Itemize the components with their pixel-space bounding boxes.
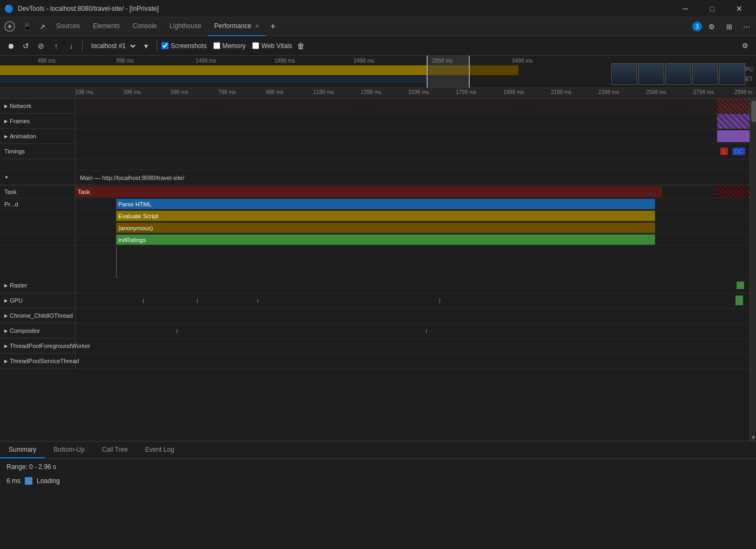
frames-track-label[interactable]: ▶ Frames	[0, 114, 76, 129]
tab-close-icon[interactable]: ✕	[255, 23, 259, 29]
flame-ext-content	[76, 246, 750, 278]
main-thread-collapse-icon[interactable]: ▼	[4, 175, 9, 180]
screenshots-checkbox[interactable]	[161, 42, 168, 49]
url-dropdown-button[interactable]: ▾	[139, 39, 152, 52]
tab-elements[interactable]: Elements	[86, 17, 126, 36]
gpu-track-label[interactable]: ▶ GPU	[0, 293, 76, 308]
animation-track-row: ▶ Animation	[0, 129, 750, 144]
gpu-marker-1	[143, 299, 144, 303]
threadpool-fg-expand-icon[interactable]: ▶	[4, 344, 8, 349]
evaluate-script-bar[interactable]: Evaluate Script	[116, 211, 655, 221]
anonymous-bar[interactable]: (anonymous)	[116, 223, 655, 233]
tab-call-tree[interactable]: Call Tree	[93, 442, 137, 458]
tick-2598: 2598 ms	[646, 89, 666, 95]
screenshot-thumb-2	[638, 63, 664, 85]
animation-track-label[interactable]: ▶ Animation	[0, 129, 76, 144]
tab-event-log[interactable]: Event Log	[137, 442, 183, 458]
inspect-button[interactable]: ↗	[35, 19, 50, 34]
tab-console[interactable]: Console	[126, 17, 163, 36]
raster-indicator	[737, 282, 744, 289]
tab-summary[interactable]: Summary	[0, 442, 45, 458]
timing-markers: L DC	[720, 148, 745, 155]
frames-track-row: ▶ Frames	[0, 114, 750, 129]
timings-label-text: Timings	[4, 148, 25, 155]
tick-798: 798 ms	[218, 89, 236, 95]
raster-track-label[interactable]: ▶ Raster	[0, 278, 76, 293]
memory-label: Memory	[222, 42, 246, 50]
anonymous-content: (anonymous)	[76, 222, 750, 233]
perf-settings-button[interactable]: ⚙	[739, 39, 752, 52]
legend-ms: 6 ms	[6, 477, 21, 485]
webvitals-checkbox-label[interactable]: Web Vitals	[252, 42, 292, 50]
animation-expand-icon[interactable]: ▶	[4, 134, 8, 139]
raster-track-row: ▶ Raster	[0, 278, 750, 293]
upload-button[interactable]: ↑	[50, 39, 63, 52]
flame-vertical-bar	[116, 246, 117, 278]
memory-checkbox-label[interactable]: Memory	[213, 42, 246, 50]
delete-button[interactable]: 🗑	[294, 39, 307, 52]
chrome-child-expand-icon[interactable]: ▶	[4, 313, 8, 318]
memory-checkbox[interactable]	[213, 42, 220, 49]
dock-button[interactable]: ⊞	[721, 19, 737, 34]
tab-sources[interactable]: Sources	[50, 17, 86, 36]
timing-l: L	[720, 148, 728, 155]
tab-performance[interactable]: Performance ✕	[208, 17, 266, 36]
tick-1998: 1998 ms	[503, 89, 524, 95]
tick-2398: 2398 ms	[598, 89, 619, 95]
compositor-label-text: Compositor	[10, 327, 40, 334]
timing-dc: DC	[732, 148, 745, 155]
bottom-content: Range: 0 - 2.96 s 6 ms Loading	[0, 459, 756, 549]
main-thread-label: ▼	[0, 170, 76, 185]
task-label-text: Task	[4, 189, 17, 195]
performance-toolbar: ⏺ ↺ ⊘ ↑ ↓ localhost #1 ▾ Screenshots Mem…	[0, 36, 756, 56]
minimize-button[interactable]: ─	[673, 0, 698, 17]
gpu-track-content	[76, 293, 750, 308]
add-tab-button[interactable]: +	[266, 19, 281, 34]
close-button[interactable]: ✕	[727, 0, 752, 17]
record-button[interactable]: ⏺	[4, 39, 17, 52]
screenshot-thumb-5	[719, 63, 745, 85]
tab-lighthouse[interactable]: Lighthouse	[163, 17, 208, 36]
init-ratings-bar[interactable]: initRatings	[116, 235, 655, 245]
tick-1198: 1198 ms	[313, 89, 334, 95]
device-toggle-button[interactable]: 📱	[19, 19, 35, 34]
threadpool-fg-label[interactable]: ▶ ThreadPoolForegroundWorker	[0, 339, 76, 353]
tick-3498: 3498 ms	[512, 57, 532, 64]
chrome-child-label-text: Chrome_ChildIOThread	[10, 312, 73, 319]
clear-button[interactable]: ⊘	[35, 39, 48, 52]
refresh-record-button[interactable]: ↺	[19, 39, 32, 52]
chrome-child-io-label[interactable]: ▶ Chrome_ChildIOThread	[0, 309, 76, 323]
evaluate-script-bar-label: Evaluate Script	[118, 213, 158, 219]
network-track-label[interactable]: ▶ Network	[0, 99, 76, 113]
network-expand-icon[interactable]: ▶	[4, 104, 8, 109]
threadpool-svc-content	[76, 354, 750, 369]
settings-button[interactable]: ⚙	[704, 19, 719, 34]
more-button[interactable]: ⋯	[739, 19, 754, 34]
raster-label-text: Raster	[10, 282, 27, 289]
threadpool-svc-expand-icon[interactable]: ▶	[4, 359, 8, 364]
raster-expand-icon[interactable]: ▶	[4, 283, 8, 288]
download-button[interactable]: ↓	[65, 39, 78, 52]
timings-track-label[interactable]: Timings	[0, 144, 76, 159]
scroll-down-arrow[interactable]: ▼	[751, 434, 756, 440]
url-select[interactable]: localhost #1	[87, 41, 137, 51]
screenshots-checkbox-label[interactable]: Screenshots	[161, 42, 207, 50]
task-bar[interactable]: Task	[76, 186, 662, 197]
gpu-expand-icon[interactable]: ▶	[4, 298, 8, 303]
frames-right-pattern	[717, 114, 750, 129]
frames-track-content	[76, 114, 750, 129]
scroll-thumb[interactable]	[751, 101, 756, 122]
timeline-overview[interactable]: 498 ms 998 ms 1498 ms 1998 ms 2498 ms 29…	[0, 56, 756, 88]
compositor-marker-1	[177, 329, 177, 333]
compositor-track-label[interactable]: ▶ Compositor	[0, 324, 76, 338]
tab-bottom-up[interactable]: Bottom-Up	[45, 442, 93, 458]
threadpool-svc-label[interactable]: ▶ ThreadPoolServiceThread	[0, 354, 76, 369]
frames-expand-icon[interactable]: ▶	[4, 119, 8, 124]
vertical-scrollbar[interactable]: ▼	[750, 99, 756, 441]
maximize-button[interactable]: □	[700, 0, 725, 17]
webvitals-checkbox[interactable]	[252, 42, 259, 49]
compositor-expand-icon[interactable]: ▶	[4, 329, 8, 333]
tick-398: 398 ms	[123, 89, 141, 95]
tick-498: 498 ms	[38, 57, 56, 64]
parse-html-bar[interactable]: Parse HTML	[116, 199, 655, 209]
